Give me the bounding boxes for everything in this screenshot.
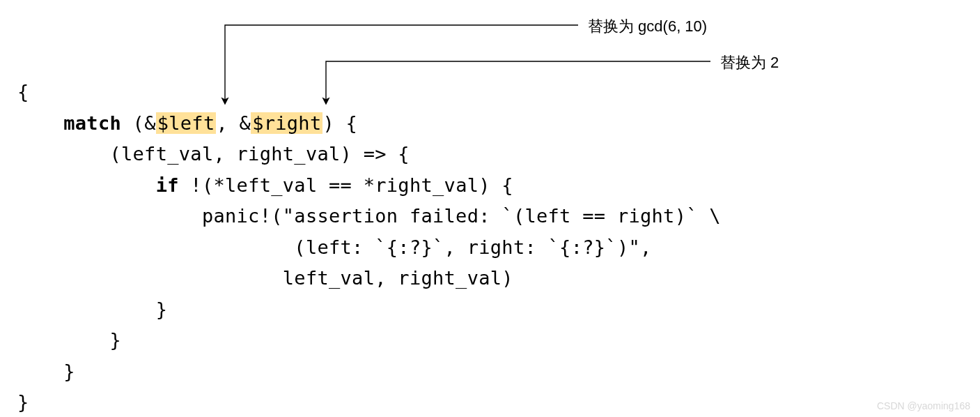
code-line-4-pre [17,174,156,196]
code-line-8: } [17,298,167,320]
code-line-9: } [17,329,121,351]
watermark: CSDN @yaoming168 [877,400,970,411]
code-block: { match (&$left, &$right) { (left_val, r… [17,77,721,417]
code-line-3: (left_val, right_val) => { [17,143,410,165]
code-line-6: (left: `{:?}`, right: `{:?}`)", [17,236,652,258]
comma-amp: , & [216,112,251,134]
code-line-5: panic!("assertion failed: `(left == righ… [17,205,721,227]
kw-if: if [156,174,179,196]
code-line-7: left_val, right_val) [17,267,513,289]
macro-var-right: $right [251,112,322,134]
annotation-right: 替换为 2 [720,52,779,73]
close-paren-brace: ) { [322,112,357,134]
brace-close: } [17,391,29,413]
open-paren-amp: (& [121,112,156,134]
macro-var-left: $left [156,112,217,134]
annotation-left: 替换为 gcd(6, 10) [588,16,707,37]
code-line-4-post: !(*left_val == *right_val) { [179,174,513,196]
code-line-10: } [17,361,75,382]
kw-match: match [63,112,121,134]
indent [17,112,63,134]
brace-open: { [17,81,29,103]
